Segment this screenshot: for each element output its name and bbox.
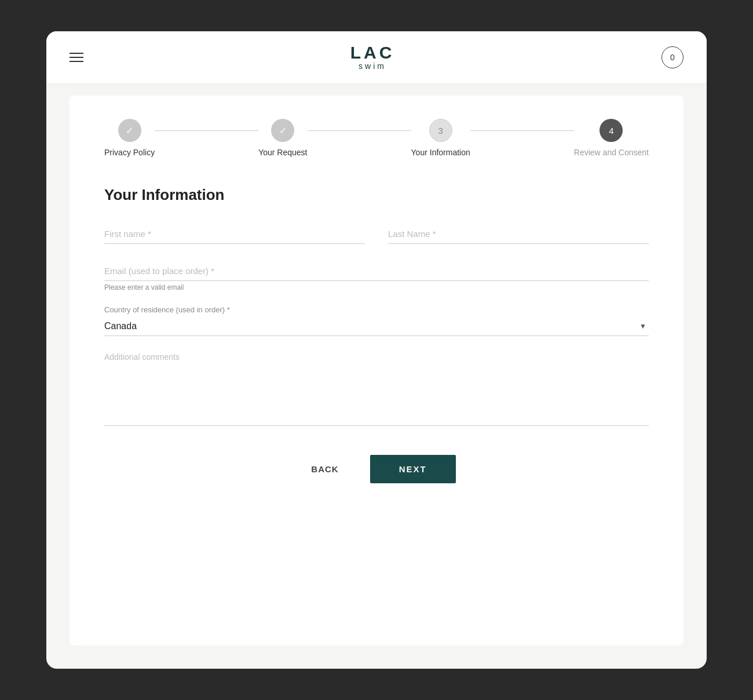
back-button[interactable]: BACK — [297, 456, 352, 482]
name-row — [104, 224, 649, 244]
step-review-and-consent: 4 Review and Consent — [574, 119, 649, 157]
email-field-wrapper — [104, 261, 649, 281]
country-select[interactable]: Canada United States United Kingdom Aust… — [104, 316, 649, 336]
step-circle-3: 3 — [429, 119, 452, 142]
cart-count: 0 — [670, 53, 675, 62]
next-button[interactable]: NEXT — [370, 455, 456, 483]
step-label-1: Privacy Policy — [104, 148, 155, 157]
connector-3 — [470, 130, 574, 131]
email-input[interactable] — [104, 261, 649, 281]
first-name-field — [104, 224, 365, 244]
step-number-3: 3 — [438, 126, 443, 136]
logo: LAC swim — [350, 44, 395, 71]
step-privacy-policy: ✓ Privacy Policy — [104, 119, 155, 157]
connector-1 — [155, 130, 258, 131]
step-circle-4: 4 — [600, 119, 623, 142]
last-name-input[interactable] — [388, 224, 649, 244]
logo-bottom: swim — [350, 61, 395, 71]
step-your-request: ✓ Your Request — [258, 119, 307, 157]
connector-2 — [308, 130, 411, 131]
app-container: LAC swim 0 ✓ Privacy Policy ✓ Your Reque… — [46, 31, 707, 669]
step-label-3: Your Information — [411, 148, 470, 157]
step-number-4: 4 — [609, 126, 613, 136]
logo-top: LAC — [350, 44, 395, 61]
step-circle-2: ✓ — [271, 119, 294, 142]
step-circle-1: ✓ — [118, 119, 141, 142]
header: LAC swim 0 — [46, 31, 707, 84]
step-label-2: Your Request — [258, 148, 307, 157]
button-row: BACK NEXT — [104, 455, 649, 483]
stepper: ✓ Privacy Policy ✓ Your Request 3 Your I… — [104, 119, 649, 157]
cart-button[interactable]: 0 — [661, 46, 683, 68]
step-label-4: Review and Consent — [574, 148, 649, 157]
checkmark-icon-2: ✓ — [279, 125, 287, 136]
menu-icon[interactable] — [70, 53, 83, 62]
country-select-wrapper: Canada United States United Kingdom Aust… — [104, 316, 649, 336]
step-your-information: 3 Your Information — [411, 119, 470, 157]
checkmark-icon-1: ✓ — [126, 125, 133, 136]
main-content: ✓ Privacy Policy ✓ Your Request 3 Your I… — [70, 96, 683, 646]
last-name-field — [388, 224, 649, 244]
first-name-input[interactable] — [104, 224, 365, 244]
country-section: Country of residence (used in order) * C… — [104, 305, 649, 336]
country-label: Country of residence (used in order) * — [104, 305, 649, 314]
email-error: Please enter a valid email — [104, 283, 649, 291]
comments-wrapper — [104, 348, 649, 426]
form-title: Your Information — [104, 186, 649, 204]
comments-textarea[interactable] — [104, 348, 649, 423]
